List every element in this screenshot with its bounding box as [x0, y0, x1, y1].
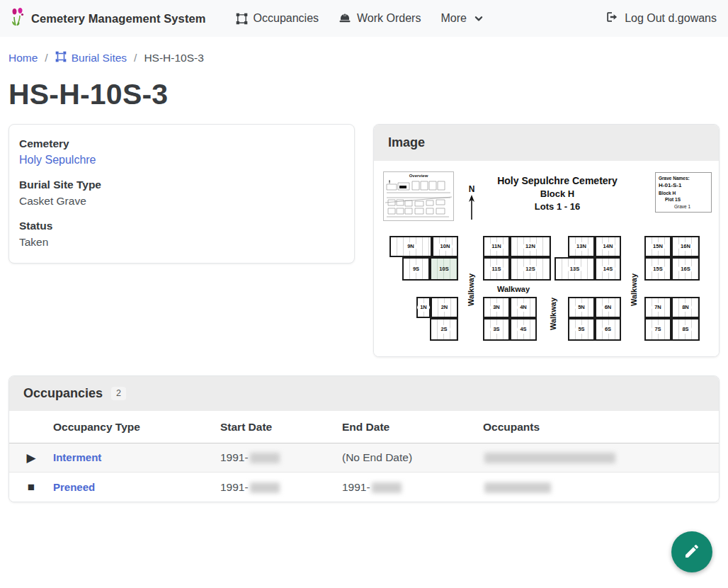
occupancy-type-link[interactable]: Preneed: [53, 481, 95, 493]
lot-label: 13N: [574, 242, 589, 251]
lot-cell-10N: 10N: [432, 236, 458, 257]
lot-cell-11S: 11S: [483, 257, 510, 281]
nav-item-label: Work Orders: [357, 12, 421, 25]
lot-cell-5N: 5N: [568, 297, 595, 318]
walkway-label: Walkway: [467, 273, 475, 306]
lot-cell-12S: 12S: [510, 257, 551, 281]
lot-cell-15S: 15S: [644, 257, 671, 281]
field-burial-site-type: Burial Site Type Casket Grave: [19, 179, 344, 208]
lot-cell-5S: 5S: [568, 318, 595, 341]
lot-cell-4N: 4N: [510, 297, 537, 318]
occupants-cell: [483, 451, 719, 464]
breadcrumb: Home / Burial Sites / HS-H-10S-3: [0, 37, 728, 75]
lot-cell-16S: 16S: [671, 257, 700, 281]
lot-label: 11S: [489, 265, 504, 273]
occupancies-title: Occupancies: [23, 386, 103, 401]
breadcrumb-home-link[interactable]: Home: [8, 52, 38, 64]
hard-hat-icon: [339, 13, 351, 24]
lot-label: 5S: [575, 325, 587, 334]
field-value: Casket Grave: [19, 195, 344, 208]
edit-fab-button[interactable]: [671, 531, 712, 572]
map-title: Holy Sepulchre Cemetery Block H Lots 1 -…: [469, 175, 646, 212]
nav-item-label: More: [440, 12, 466, 25]
lot-label: 14S: [601, 265, 615, 273]
lot-cell-14N: 14N: [595, 236, 621, 257]
lot-label: 6N: [602, 303, 615, 312]
lot-cell-6N: 6N: [595, 297, 621, 318]
occupancy-row: ▶Interment1991-(No End Date): [9, 443, 719, 473]
lot-label: 15S: [650, 265, 665, 273]
lot-cell-15N: 15N: [644, 236, 671, 257]
occupancies-header: Occupancies 2: [9, 376, 719, 411]
occupancy-type-link[interactable]: Interment: [53, 451, 101, 463]
nav-item-occupancies[interactable]: Occupancies: [226, 12, 329, 25]
map-title-line1: Holy Sepulchre Cemetery: [469, 175, 646, 186]
lot-label: 14N: [601, 242, 616, 251]
lot-label: 15N: [650, 242, 666, 251]
lot-cell-8S: 8S: [671, 318, 700, 341]
lot-label: 5N: [575, 303, 588, 312]
lot-cell-9N: 9N: [389, 236, 432, 257]
grave-names-line: Plot 1S: [659, 196, 708, 203]
lot-cell-11N: 11N: [483, 236, 510, 257]
nav-item-more[interactable]: More: [431, 12, 493, 25]
nav-item-label: Occupancies: [254, 12, 319, 25]
walkway-label: Walkway: [630, 273, 638, 306]
lot-label: 16N: [678, 242, 693, 251]
breadcrumb-current: HS-H-10S-3: [144, 52, 203, 64]
image-card: Image Overview: [373, 124, 720, 357]
field-label: Status: [19, 220, 344, 232]
cemetery-link[interactable]: Holy Sepulchre: [19, 154, 96, 166]
breadcrumb-burial-sites-link[interactable]: Burial Sites: [55, 51, 127, 65]
lot-label: 7S: [652, 325, 664, 334]
field-status: Status Taken: [19, 220, 344, 249]
lot-label: 4N: [517, 303, 530, 312]
lot-label: 8S: [679, 325, 691, 334]
grave-names-line: Grave Names:: [659, 175, 708, 181]
stop-icon: ■: [9, 481, 53, 493]
lot-cell-16N: 16N: [671, 236, 700, 257]
end-date-cell: 1991-: [342, 481, 483, 494]
lot-cell-1N: 1N: [416, 297, 431, 318]
overview-label: Overview: [384, 174, 453, 178]
col-start-date: Start Date: [220, 421, 342, 434]
occupancies-card: Occupancies 2 Occupancy Type Start Date …: [8, 375, 720, 502]
chevron-down-icon: [474, 13, 484, 23]
lot-label: 1N: [417, 303, 430, 312]
logout-button[interactable]: Log Out d.gowans: [605, 11, 718, 26]
lot-cell-2S: 2S: [430, 318, 458, 341]
nav-item-work-orders[interactable]: Work Orders: [329, 12, 431, 25]
lot-label: 3S: [490, 325, 502, 334]
breadcrumb-burial-sites-label: Burial Sites: [72, 52, 127, 64]
map-title-line3: Lots 1 - 16: [469, 201, 646, 212]
redacted-occupant-name: [484, 482, 551, 493]
lot-label: 10N: [438, 242, 453, 251]
page-title: HS-H-10S-3: [0, 75, 728, 121]
lot-label: 12N: [523, 242, 538, 251]
app-title: Cemetery Management System: [31, 12, 206, 26]
lot-label: 2S: [438, 325, 450, 334]
start-date-cell: 1991-: [220, 481, 342, 494]
burial-site-details-card: Cemetery Holy Sepulchre Burial Site Type…: [8, 124, 355, 264]
occupancies-count-badge: 2: [111, 387, 126, 400]
lot-label: 3N: [490, 303, 503, 312]
field-label: Cemetery: [19, 137, 344, 150]
field-cemetery: Cemetery Holy Sepulchre: [19, 137, 344, 166]
grave-names-line: H-01-S-1: [659, 181, 708, 190]
lot-cell-10S: 10S: [430, 257, 458, 281]
app-brand[interactable]: Cemetery Management System: [10, 7, 206, 30]
image-card-header: Image: [374, 125, 719, 161]
lot-cell-7N: 7N: [644, 297, 671, 318]
lot-cell-13S: 13S: [554, 257, 595, 281]
breadcrumb-separator: /: [45, 52, 47, 64]
lot-label: 6S: [602, 325, 614, 334]
walkway-label: Walkway: [549, 298, 557, 330]
burial-plot-icon: [55, 51, 67, 65]
logout-label: Log Out d.gowans: [625, 12, 717, 25]
lot-cell-3N: 3N: [483, 297, 510, 318]
lot-label: 13S: [567, 265, 582, 273]
occupancy-row: ■Preneed1991-1991-: [9, 473, 719, 502]
col-occupants: Occupants: [483, 421, 719, 434]
breadcrumb-separator: /: [134, 52, 137, 64]
col-occupancy-type: Occupancy Type: [53, 421, 220, 434]
